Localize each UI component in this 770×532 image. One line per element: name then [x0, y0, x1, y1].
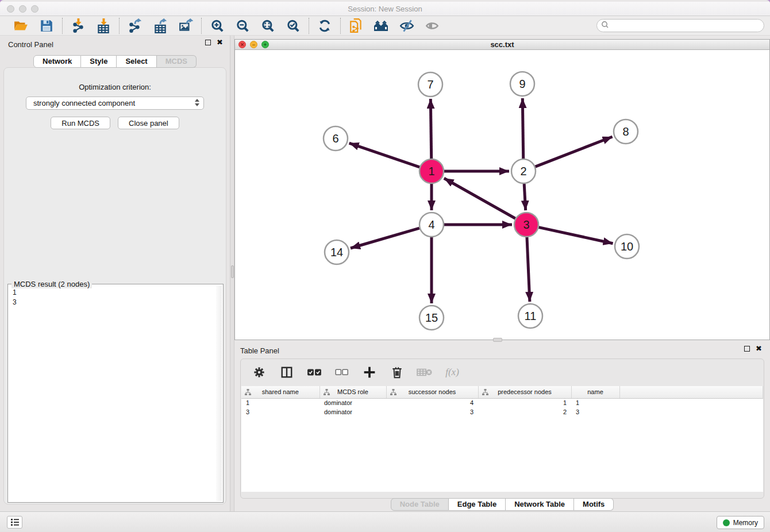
- import-network-icon[interactable]: [70, 18, 86, 34]
- tab-select[interactable]: Select: [117, 55, 156, 68]
- zoom-out-icon[interactable]: [234, 18, 251, 34]
- svg-text:8: 8: [622, 125, 629, 138]
- table-panel: Table Panel ✖ f(x) shared nameMCDS roles…: [234, 342, 770, 511]
- run-mcds-button[interactable]: Run MCDS: [51, 117, 110, 129]
- graph-edge-3-1[interactable]: [444, 178, 515, 218]
- svg-text:3: 3: [523, 218, 529, 231]
- graph-node-4[interactable]: 4: [419, 213, 444, 237]
- new-network-from-selection-icon[interactable]: [348, 18, 364, 34]
- svg-text:11: 11: [525, 310, 537, 322]
- svg-text:10: 10: [621, 240, 633, 253]
- svg-text:1: 1: [428, 165, 434, 178]
- graph-edge-2-3[interactable]: [524, 184, 525, 210]
- table-row[interactable]: 1dominator411: [241, 398, 763, 407]
- graph-node-3[interactable]: 3: [514, 213, 538, 237]
- close-table-panel-icon[interactable]: ✖: [756, 346, 762, 352]
- float-table-panel-icon[interactable]: [744, 346, 750, 352]
- tab-network-table[interactable]: Network Table: [506, 498, 574, 511]
- search-input[interactable]: [610, 21, 764, 31]
- function-builder-icon[interactable]: f(x): [444, 364, 460, 380]
- result-scrollbar[interactable]: [216, 286, 222, 501]
- table-row[interactable]: 3dominator323: [241, 407, 763, 417]
- add-column-icon[interactable]: [361, 364, 378, 380]
- tab-mcds[interactable]: MCDS: [157, 55, 197, 68]
- window-title: Session: New Session: [0, 5, 770, 13]
- search-box: [596, 19, 764, 32]
- graph-node-2[interactable]: 2: [511, 159, 536, 183]
- graph-node-7[interactable]: 7: [418, 72, 442, 97]
- graph-node-6[interactable]: 6: [324, 126, 348, 151]
- column-header-predecessor-nodes[interactable]: predecessor nodes: [478, 386, 571, 398]
- close-panel-button[interactable]: Close panel: [118, 117, 179, 129]
- mcds-panel: Optimization criterion: strongly connect…: [3, 67, 226, 504]
- svg-text:7: 7: [427, 78, 433, 91]
- export-image-icon[interactable]: [178, 18, 194, 34]
- tab-style[interactable]: Style: [81, 55, 117, 68]
- graph-edge-3-11[interactable]: [527, 237, 530, 302]
- deselect-checks-icon[interactable]: [334, 364, 350, 380]
- column-header-name[interactable]: name: [571, 386, 619, 398]
- zoom-in-icon[interactable]: [209, 18, 225, 34]
- tab-edge-table[interactable]: Edge Table: [449, 498, 506, 511]
- export-table-icon[interactable]: [152, 18, 168, 34]
- delete-column-icon[interactable]: [389, 364, 405, 380]
- network-title: scc.txt: [235, 40, 769, 49]
- splitter-handle[interactable]: [231, 265, 234, 278]
- column-header-MCDS-role[interactable]: MCDS role: [319, 386, 386, 398]
- memory-button[interactable]: Memory: [717, 516, 764, 529]
- hide-selected-icon[interactable]: [399, 18, 415, 34]
- network-titlebar: ✕ − + scc.txt: [235, 40, 769, 50]
- tab-node-table[interactable]: Node Table: [391, 498, 449, 511]
- show-hidden-icon[interactable]: [424, 18, 440, 34]
- column-header-shared-name[interactable]: shared name: [241, 386, 319, 398]
- status-bar: Memory: [0, 511, 770, 532]
- graph-edge-3-10[interactable]: [538, 228, 613, 244]
- graph-edge-2-9[interactable]: [522, 98, 523, 159]
- graph-edge-4-14[interactable]: [351, 228, 419, 248]
- settings-gear-icon[interactable]: [251, 364, 267, 380]
- tab-motifs[interactable]: Motifs: [574, 498, 614, 511]
- import-table-icon[interactable]: [95, 18, 111, 34]
- delete-table-icon[interactable]: [417, 364, 433, 380]
- graph-edge-1-6[interactable]: [349, 143, 420, 167]
- graph-node-14[interactable]: 14: [325, 240, 349, 264]
- table-toolbar: f(x): [241, 359, 764, 385]
- graph-node-10[interactable]: 10: [615, 234, 639, 259]
- first-neighbors-icon[interactable]: [374, 18, 390, 34]
- graph-node-15[interactable]: 15: [419, 306, 444, 330]
- save-session-icon[interactable]: [38, 18, 55, 34]
- criterion-dropdown[interactable]: strongly connected component: [26, 97, 204, 110]
- graph-node-8[interactable]: 8: [614, 119, 638, 144]
- criterion-value: strongly connected component: [33, 99, 135, 107]
- zoom-fit-icon[interactable]: [260, 18, 276, 34]
- close-panel-icon[interactable]: ✖: [217, 40, 223, 45]
- mcds-result-text[interactable]: 13: [9, 286, 216, 501]
- graph-node-9[interactable]: 9: [510, 72, 534, 96]
- svg-text:9: 9: [519, 78, 525, 90]
- application-window: Session: New Session Control Panel ✖ Net…: [0, 0, 770, 532]
- svg-text:4: 4: [428, 218, 434, 231]
- open-file-icon[interactable]: [13, 18, 29, 34]
- horizontal-splitter-handle[interactable]: [493, 338, 502, 342]
- graph-node-11[interactable]: 11: [518, 304, 542, 328]
- result-line: 3: [13, 298, 216, 307]
- graph-edge-2-8[interactable]: [536, 137, 613, 167]
- dropdown-stepper-icon: [195, 99, 199, 106]
- table-container: f(x) shared nameMCDS rolesuccessor nodes…: [240, 358, 764, 499]
- select-all-checks-icon[interactable]: [306, 364, 322, 380]
- graph-node-1[interactable]: 1: [419, 159, 444, 183]
- column-header-successor-nodes[interactable]: successor nodes: [386, 386, 478, 398]
- svg-text:15: 15: [425, 311, 438, 324]
- task-history-button[interactable]: [7, 516, 22, 529]
- network-canvas[interactable]: 7968124314101511: [235, 50, 769, 340]
- node-table: shared nameMCDS rolesuccessor nodesprede…: [241, 386, 763, 492]
- network-view-window: ✕ − + scc.txt 7968124314101511: [234, 39, 770, 340]
- zoom-selected-icon[interactable]: [285, 18, 301, 34]
- tab-network[interactable]: Network: [33, 55, 81, 68]
- split-columns-icon[interactable]: [279, 364, 295, 380]
- export-network-icon[interactable]: [127, 18, 143, 34]
- vertical-splitter[interactable]: [230, 36, 234, 511]
- float-panel-icon[interactable]: [205, 40, 211, 45]
- refresh-icon[interactable]: [317, 18, 333, 34]
- graph-edge-1-7[interactable]: [430, 99, 431, 159]
